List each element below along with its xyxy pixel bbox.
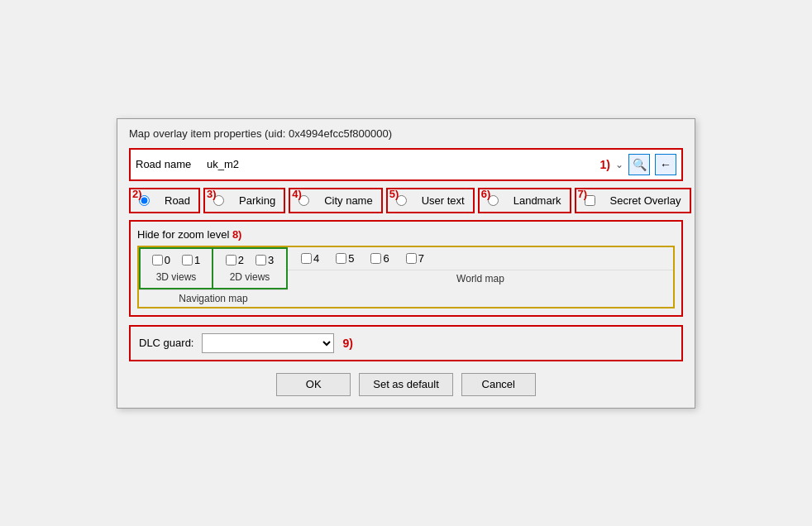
button-row: OK Set as default Cancel (129, 373, 683, 396)
road-back-button[interactable]: ← (655, 154, 676, 175)
zoom-checkbox-2[interactable] (226, 255, 236, 265)
zoom-check-3: 3 (256, 254, 274, 266)
zoom-checkbox-1[interactable] (182, 255, 193, 265)
type-cityname-label[interactable]: City name (324, 194, 373, 207)
type-usertext-cell[interactable]: 5) User text (386, 188, 475, 213)
type-parking-number: 3) (207, 188, 217, 200)
zoom-label-5: 5 (348, 252, 354, 265)
zoom-title: Hide for zoom level 8) (137, 228, 675, 241)
type-cityname-cell[interactable]: 4) City name (289, 188, 383, 213)
zoom-checkbox-6[interactable] (370, 253, 381, 264)
type-landmark-cell[interactable]: 6) Landmark (478, 188, 571, 213)
dlc-section: DLC guard: Option A Option B 9) (129, 325, 683, 361)
type-secretoverlay-cell[interactable]: 7) Secret Overlay (575, 188, 691, 213)
zoom-checkbox-0[interactable] (152, 255, 163, 265)
zoom-section: Hide for zoom level 8) 0 (129, 220, 683, 317)
type-road-cell[interactable]: 2) Road (129, 188, 200, 213)
type-secretoverlay-label[interactable]: Secret Overlay (610, 194, 681, 207)
zoom-2d-checks: 2 3 (226, 254, 274, 266)
type-parking-cell[interactable]: 3) Parking (203, 188, 285, 213)
zoom-2d-section: 2 3 2D views (213, 247, 288, 289)
dlc-number: 9) (342, 337, 352, 350)
world-map-section: 4 5 6 7 World map (288, 247, 673, 307)
zoom-3d-checks: 0 1 (152, 254, 200, 266)
road-name-label: Road name (136, 158, 202, 170)
zoom-nav-inner: 0 1 3D views (139, 247, 288, 289)
zoom-3d-section: 0 1 3D views (139, 247, 213, 289)
type-landmark-number: 6) (481, 188, 491, 200)
road-name-input[interactable] (207, 158, 595, 170)
zoom-label-4: 4 (313, 252, 319, 265)
zoom-check-6: 6 (370, 252, 389, 265)
type-usertext-label[interactable]: User text (422, 194, 465, 207)
zoom-check-2: 2 (226, 254, 244, 266)
road-dropdown-arrow[interactable]: ⌄ (615, 159, 623, 170)
road-section-number: 1) (600, 158, 610, 171)
ok-button[interactable]: OK (276, 373, 351, 396)
zoom-outer-border: 0 1 3D views (137, 246, 675, 308)
zoom-label-7: 7 (418, 252, 424, 265)
zoom-check-5: 5 (336, 252, 354, 265)
zoom-check-7: 7 (406, 252, 424, 265)
zoom-label-6: 6 (383, 252, 389, 265)
zoom-checkbox-7[interactable] (406, 253, 417, 264)
dlc-label: DLC guard: (139, 337, 193, 349)
cancel-button[interactable]: Cancel (461, 373, 536, 396)
zoom-2d-label: 2D views (230, 271, 270, 283)
dialog: Map overlay item properties (uid: 0x4994… (117, 118, 695, 409)
type-usertext-number: 5) (389, 188, 399, 200)
type-parking-label[interactable]: Parking (239, 194, 275, 207)
zoom-check-4: 4 (301, 252, 319, 265)
zoom-check-0: 0 (152, 254, 170, 266)
zoom-world-inner: 4 5 6 7 (288, 247, 673, 270)
world-map-label: World map (288, 270, 673, 287)
nav-map-section: 0 1 3D views (139, 247, 288, 307)
road-name-section: Road name 1) ⌄ 🔍 ← (129, 148, 683, 181)
type-secretoverlay-number: 7) (578, 188, 588, 200)
zoom-check-1: 1 (182, 254, 200, 266)
zoom-number: 8) (232, 228, 242, 241)
dlc-guard-select[interactable]: Option A Option B (202, 333, 334, 353)
set-default-button[interactable]: Set as default (359, 373, 453, 396)
road-search-button[interactable]: 🔍 (628, 154, 650, 175)
type-selection-section: 2) Road 3) Parking 4) City name 5) User … (129, 188, 683, 213)
type-cityname-number: 4) (292, 188, 302, 200)
dialog-title: Map overlay item properties (uid: 0x4994… (129, 127, 683, 140)
type-road-number: 2) (132, 188, 142, 200)
type-road-label[interactable]: Road (165, 194, 190, 207)
zoom-3d-label: 3D views (156, 271, 197, 283)
zoom-checkbox-3[interactable] (256, 255, 266, 265)
zoom-label-1: 1 (194, 254, 200, 266)
type-landmark-label[interactable]: Landmark (513, 194, 561, 207)
nav-map-label: Navigation map (139, 289, 288, 307)
zoom-checkbox-4[interactable] (301, 253, 312, 264)
zoom-label-2: 2 (238, 254, 244, 266)
zoom-checkbox-5[interactable] (336, 253, 346, 264)
zoom-label-3: 3 (268, 254, 274, 266)
zoom-label-0: 0 (165, 254, 170, 266)
